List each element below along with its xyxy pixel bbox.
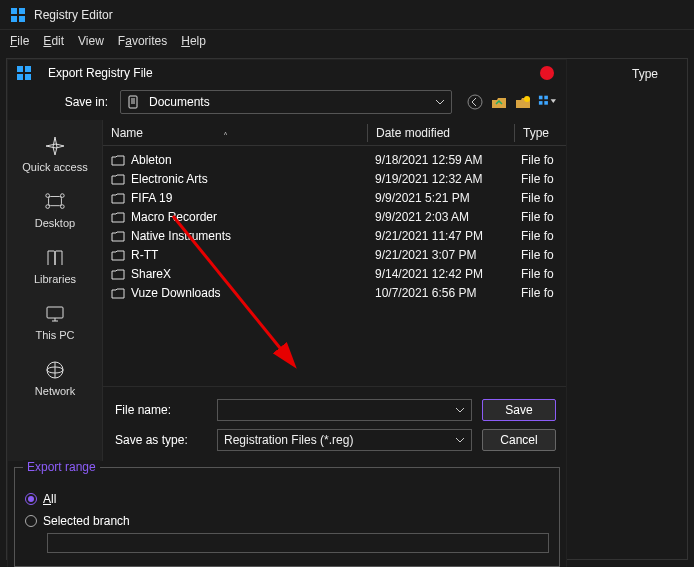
row-date: 9/21/2021 3:07 PM — [367, 248, 513, 262]
menu-edit[interactable]: Edit — [43, 34, 64, 48]
file-list: Name ˄ Date modified Type Ableton9/18/20… — [102, 120, 566, 461]
place-network-label: Network — [35, 385, 75, 397]
folder-icon — [111, 267, 125, 281]
place-this-pc[interactable]: This PC — [8, 294, 102, 350]
svg-point-19 — [46, 194, 50, 198]
save-in-dropdown[interactable]: Documents — [120, 90, 452, 114]
table-row[interactable]: Electronic Arts9/19/2021 12:32 AMFile fo — [103, 169, 566, 188]
table-row[interactable]: Ableton9/18/2021 12:59 AMFile fo — [103, 150, 566, 169]
up-one-level-icon[interactable] — [490, 93, 508, 111]
svg-point-20 — [61, 194, 65, 198]
svg-rect-4 — [17, 66, 23, 72]
row-type: File fo — [513, 172, 566, 186]
row-date: 9/19/2021 12:32 AM — [367, 172, 513, 186]
documents-icon — [127, 95, 141, 109]
svg-rect-7 — [25, 74, 31, 80]
svg-rect-0 — [11, 8, 17, 14]
folder-icon — [111, 248, 125, 262]
svg-point-22 — [61, 205, 65, 209]
view-menu-icon[interactable] — [538, 93, 556, 111]
export-dialog: Export Registry File Save in: Documents — [7, 59, 567, 567]
folder-icon — [111, 153, 125, 167]
file-name-label: File name: — [113, 403, 207, 417]
svg-rect-5 — [25, 66, 31, 72]
place-libraries-label: Libraries — [34, 273, 76, 285]
save-in-label: Save in: — [18, 95, 112, 109]
save-as-type-value: Registration Files (*.reg) — [224, 433, 353, 447]
svg-rect-3 — [19, 16, 25, 22]
save-as-type-dropdown[interactable]: Registration Files (*.reg) — [217, 429, 472, 451]
chevron-down-icon — [455, 435, 465, 445]
desktop-icon — [44, 191, 66, 213]
dialog-icon — [16, 65, 32, 81]
row-type: File fo — [513, 267, 566, 281]
col-type[interactable]: Type — [515, 126, 566, 140]
svg-rect-14 — [539, 96, 543, 100]
back-icon[interactable] — [466, 93, 484, 111]
chevron-down-icon[interactable] — [455, 405, 465, 415]
app-icon — [10, 7, 26, 23]
table-row[interactable]: R-TT9/21/2021 3:07 PMFile fo — [103, 245, 566, 264]
table-row[interactable]: FIFA 199/9/2021 5:21 PMFile fo — [103, 188, 566, 207]
bottom-fields: File name: Save Save as type: Registrati… — [103, 386, 566, 461]
row-type: File fo — [513, 229, 566, 243]
quick-access-icon — [44, 135, 66, 157]
network-icon — [44, 359, 66, 381]
row-date: 9/9/2021 2:03 AM — [367, 210, 513, 224]
col-name[interactable]: Name ˄ — [103, 126, 367, 140]
menu-view[interactable]: View — [78, 34, 104, 48]
export-selected-radio[interactable]: Selected branch — [25, 510, 549, 532]
row-type: File fo — [513, 153, 566, 167]
menu-help[interactable]: Help — [181, 34, 206, 48]
svg-point-13 — [524, 96, 530, 102]
list-header: Name ˄ Date modified Type — [103, 120, 566, 146]
place-libraries[interactable]: Libraries — [8, 238, 102, 294]
svg-rect-15 — [544, 96, 548, 100]
place-desktop[interactable]: Desktop — [8, 182, 102, 238]
cancel-button[interactable]: Cancel — [482, 429, 556, 451]
new-folder-icon[interactable] — [514, 93, 532, 111]
svg-rect-8 — [129, 96, 137, 108]
table-row[interactable]: ShareX9/14/2021 12:42 PMFile fo — [103, 264, 566, 283]
sort-asc-icon: ˄ — [223, 131, 228, 142]
place-this-pc-label: This PC — [35, 329, 74, 341]
row-date: 9/18/2021 12:59 AM — [367, 153, 513, 167]
col-date[interactable]: Date modified — [368, 126, 514, 140]
table-row[interactable]: Macro Recorder9/9/2021 2:03 AMFile fo — [103, 207, 566, 226]
list-body[interactable]: Ableton9/18/2021 12:59 AMFile foElectron… — [103, 146, 566, 386]
dialog-titlebar: Export Registry File — [8, 60, 566, 86]
save-in-value: Documents — [149, 95, 427, 109]
svg-rect-18 — [49, 197, 62, 206]
export-all-radio[interactable]: All — [25, 488, 549, 510]
table-row[interactable]: Native Instruments9/21/2021 11:47 PMFile… — [103, 226, 566, 245]
dialog-title: Export Registry File — [48, 66, 153, 80]
table-row[interactable]: Vuze Downloads10/7/2021 6:56 PMFile fo — [103, 283, 566, 302]
radio-icon — [25, 515, 37, 527]
row-name: Macro Recorder — [131, 210, 217, 224]
menu-favorites[interactable]: Favorites — [118, 34, 167, 48]
col-name-label: Name — [111, 126, 143, 140]
folder-icon — [111, 210, 125, 224]
right-col-type[interactable]: Type — [572, 59, 687, 89]
menu-file[interactable]: File — [10, 34, 29, 48]
svg-rect-17 — [544, 101, 548, 105]
folder-icon — [111, 191, 125, 205]
branch-path-input[interactable] — [47, 533, 549, 553]
file-name-input[interactable] — [217, 399, 472, 421]
place-desktop-label: Desktop — [35, 217, 75, 229]
folder-icon — [111, 229, 125, 243]
row-date: 9/14/2021 12:42 PM — [367, 267, 513, 281]
place-network[interactable]: Network — [8, 350, 102, 406]
row-date: 10/7/2021 6:56 PM — [367, 286, 513, 300]
place-quick-access[interactable]: Quick access — [8, 126, 102, 182]
this-pc-icon — [44, 303, 66, 325]
row-name: Electronic Arts — [131, 172, 208, 186]
save-in-row: Save in: Documents — [8, 86, 566, 120]
svg-rect-16 — [539, 101, 543, 105]
svg-rect-2 — [11, 16, 17, 22]
save-button[interactable]: Save — [482, 399, 556, 421]
folder-icon — [111, 286, 125, 300]
row-name: Ableton — [131, 153, 172, 167]
menubar: File Edit View Favorites Help — [0, 30, 694, 52]
svg-rect-23 — [47, 307, 63, 318]
